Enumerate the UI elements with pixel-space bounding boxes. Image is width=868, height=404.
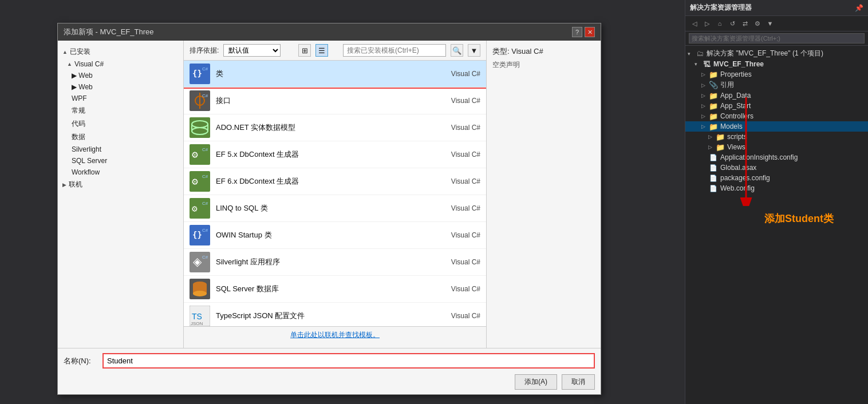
se-solution-item[interactable]: ▾ 🗂 解决方案 "MVC_EF_Three" (1 个项目) xyxy=(685,48,868,59)
se-scripts-icon: 📁 xyxy=(715,132,725,141)
se-sync-btn[interactable]: ⇄ xyxy=(739,18,751,29)
se-appdata-item[interactable]: ▷ 📁 App_Data xyxy=(685,90,868,101)
installed-header[interactable]: ▲ 已安装 xyxy=(58,45,183,58)
item-silverlight[interactable]: ◈ C# Silverlight 应用程序 Visual C# xyxy=(184,249,486,276)
se-appinsights-item[interactable]: 📄 ApplicationInsights.config xyxy=(685,152,868,163)
installed-label: 已安装 xyxy=(70,47,90,57)
dialog-close-btn[interactable]: ✕ xyxy=(585,27,595,37)
sidebar-workflow[interactable]: Workflow xyxy=(58,167,183,178)
se-models-arrow: ▷ xyxy=(701,124,708,129)
svg-text:C#: C# xyxy=(202,147,208,152)
sort-select[interactable]: 默认值 xyxy=(223,44,281,57)
item-ts-json-name: TypeScript JSON 配置文件 xyxy=(216,311,435,321)
cancel-button[interactable]: 取消 xyxy=(562,374,595,390)
search-input[interactable] xyxy=(343,44,446,57)
sort-label: 排序依据: xyxy=(190,46,219,56)
se-title: 解决方案资源管理器 xyxy=(690,3,752,13)
se-solution-label: 解决方案 "MVC_EF_Three" (1 个项目) xyxy=(707,49,823,58)
se-search-input[interactable] xyxy=(689,33,865,43)
item-adonet-cat: Visual C# xyxy=(435,124,480,132)
se-appinsights-icon: 📄 xyxy=(708,153,719,162)
sidebar-wpf[interactable]: WPF xyxy=(58,93,183,104)
dialog-center: 排序依据: 默认值 ⊞ ☰ 🔍 ▼ { xyxy=(184,41,486,348)
add-button[interactable]: 添加(A) xyxy=(515,374,557,390)
se-back-btn[interactable]: ◁ xyxy=(689,18,700,29)
view-list-btn[interactable]: ☰ xyxy=(315,44,328,57)
visual-csharp-header[interactable]: ▲ Visual C# xyxy=(58,58,183,70)
svg-text:C#: C# xyxy=(202,201,208,206)
se-forward-btn[interactable]: ▷ xyxy=(701,18,713,29)
se-refs-icon: 📎 xyxy=(708,81,719,90)
sidebar-code[interactable]: 代码 xyxy=(58,117,183,130)
online-header[interactable]: ▶ 联机 xyxy=(58,178,183,191)
sidebar-silverlight[interactable]: Silverlight xyxy=(58,144,183,155)
dialog-sidebar: ▲ 已安装 ▲ Visual C# ▶ Web ▶ Web WPF 常规 代码 … xyxy=(58,41,184,348)
add-new-item-dialog: 添加新项 - MVC_EF_Three ? ✕ ▲ 已安装 ▲ Visual C… xyxy=(57,23,601,395)
se-search[interactable] xyxy=(685,31,868,46)
se-props-item[interactable]: ▷ 📁 Properties xyxy=(685,69,868,80)
dialog-help-btn[interactable]: ? xyxy=(572,27,582,37)
view-grid-btn[interactable]: ⊞ xyxy=(298,44,311,57)
se-filter-btn[interactable]: ▼ xyxy=(764,18,776,29)
se-webconfig-item[interactable]: 📄 Web.config xyxy=(685,183,868,193)
se-scripts-label: scripts xyxy=(727,133,747,141)
se-pin-icon[interactable]: 📌 xyxy=(855,4,863,12)
se-models-item[interactable]: ▷ 📁 Models xyxy=(685,121,868,132)
item-interface-name: 接口 xyxy=(216,96,435,106)
item-ts-json[interactable]: TS JSON TypeScript JSON 配置文件 Visual C# xyxy=(184,303,486,326)
item-owin-cat: Visual C# xyxy=(435,231,480,239)
sidebar-common[interactable]: 常规 xyxy=(58,104,183,117)
item-linq[interactable]: ⚙ C# LINQ to SQL 类 Visual C# xyxy=(184,195,486,222)
sidebar-data[interactable]: 数据 xyxy=(58,130,183,144)
owin-icon: {} C# xyxy=(190,225,210,245)
item-ef6[interactable]: ⚙ C# EF 6.x DbContext 生成器 Visual C# xyxy=(184,168,486,195)
se-controllers-item[interactable]: ▷ 📁 Controllers xyxy=(685,111,868,121)
se-home-btn[interactable]: ⌂ xyxy=(714,18,725,29)
search-btn[interactable]: 🔍 xyxy=(451,44,463,57)
se-settings-btn[interactable]: ⚙ xyxy=(752,18,763,29)
item-ef5[interactable]: ⚙ C# EF 5.x DbContext 生成器 Visual C# xyxy=(184,141,486,168)
se-globalasax-label: Global.asax xyxy=(720,164,756,172)
se-solution-icon: 🗂 xyxy=(695,49,705,58)
se-webconfig-label: Web.config xyxy=(720,184,755,192)
ef6-icon: ⚙ C# xyxy=(190,171,210,192)
sidebar-sql-server[interactable]: SQL Server xyxy=(58,155,183,167)
svg-text:TS: TS xyxy=(192,312,202,321)
item-class[interactable]: {} C# 类 Visual C# xyxy=(184,61,486,88)
svg-text:⚙: ⚙ xyxy=(192,148,198,160)
se-packages-item[interactable]: 📄 packages.config xyxy=(685,173,868,183)
find-template-link[interactable]: 单击此处以联机并查找模板。 xyxy=(190,330,480,340)
dialog-bottom: 名称(N): 添加(A) 取消 xyxy=(58,348,601,394)
ts-json-icon: TS JSON xyxy=(190,306,210,326)
se-appstart-icon: 📁 xyxy=(708,101,719,110)
item-sqlserver[interactable]: SQL Server 数据库 Visual C# xyxy=(184,276,486,303)
se-views-item[interactable]: ▷ 📁 Views xyxy=(685,142,868,152)
search-dropdown-btn[interactable]: ▼ xyxy=(468,44,480,57)
se-refresh-btn[interactable]: ↺ xyxy=(727,18,738,29)
se-controllers-label: Controllers xyxy=(720,112,753,120)
visual-csharp-label: Visual C# xyxy=(74,60,104,68)
item-interface[interactable]: C# 接口 Visual C# xyxy=(184,88,486,114)
se-project-item[interactable]: ▾ 🏗 MVC_EF_Three xyxy=(685,59,868,69)
item-ts-json-cat: Visual C# xyxy=(435,312,480,320)
sidebar-windows-forms[interactable]: ▶ Web xyxy=(58,81,183,93)
se-scripts-item[interactable]: ▷ 📁 scripts xyxy=(685,132,868,142)
item-owin[interactable]: {} C# OWIN Startup 类 Visual C# xyxy=(184,222,486,249)
item-ef5-name: EF 5.x DbContext 生成器 xyxy=(216,149,435,160)
dialog-titlebar-btns: ? ✕ xyxy=(572,27,595,37)
se-globalasax-item[interactable]: 📄 Global.asax xyxy=(685,163,868,173)
interface-icon: C# xyxy=(190,90,210,111)
visual-csharp-arrow: ▲ xyxy=(67,61,72,67)
se-appstart-item[interactable]: ▷ 📁 App_Start xyxy=(685,101,868,111)
item-linq-name: LINQ to SQL 类 xyxy=(216,203,435,213)
item-sqlserver-cat: Visual C# xyxy=(435,285,480,293)
silverlight-icon: ◈ C# xyxy=(190,252,210,272)
se-refs-item[interactable]: ▷ 📎 引用 xyxy=(685,80,868,90)
item-adonet[interactable]: ADO.NET 实体数据模型 Visual C# xyxy=(184,114,486,141)
item-interface-cat: Visual C# xyxy=(435,97,480,105)
dialog-toolbar: 排序依据: 默认值 ⊞ ☰ 🔍 ▼ xyxy=(184,41,486,61)
sidebar-web[interactable]: ▶ Web xyxy=(58,70,183,81)
se-appdata-icon: 📁 xyxy=(708,91,719,100)
dialog-title: 添加新项 - MVC_EF_Three xyxy=(64,27,153,37)
name-input[interactable] xyxy=(104,354,594,367)
